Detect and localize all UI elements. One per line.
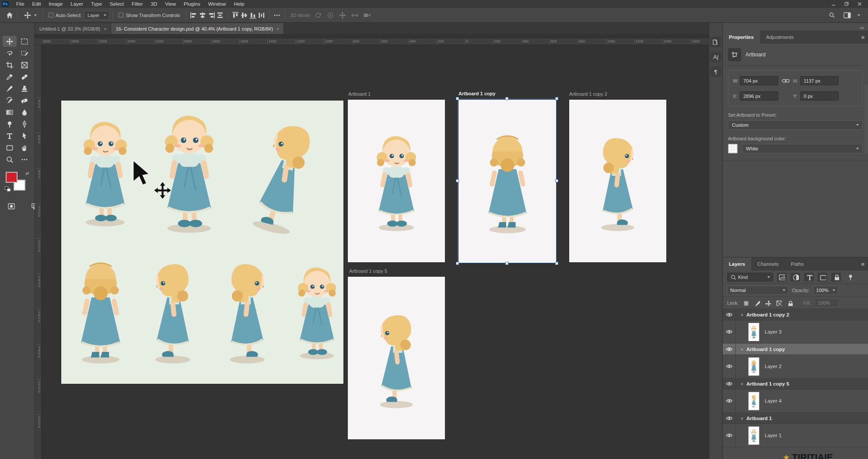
type-tool[interactable]: [3, 130, 17, 141]
filter-adjustment-layers-icon[interactable]: [791, 273, 800, 282]
eraser-tool[interactable]: [18, 95, 32, 106]
filter-toggle-icon[interactable]: [845, 273, 854, 282]
selection-handle[interactable]: [555, 262, 558, 265]
foreground-color-swatch[interactable]: [6, 172, 18, 183]
align-right-icon[interactable]: [207, 11, 216, 20]
artboard-1-copy-label[interactable]: Artboard 1 copy: [458, 91, 495, 96]
home-icon[interactable]: [5, 11, 14, 20]
menu-item[interactable]: 3D: [147, 1, 161, 7]
artboard-1-copy[interactable]: [458, 100, 556, 263]
x-field[interactable]: 2896 px: [740, 91, 778, 101]
tab-paths[interactable]: Paths: [785, 257, 810, 271]
y-field[interactable]: 0 px: [800, 91, 839, 101]
align-top-icon[interactable]: [231, 11, 240, 20]
selection-handle[interactable]: [505, 97, 508, 100]
auto-select-target-dropdown[interactable]: Layer: [84, 11, 110, 20]
filter-type-layers-icon[interactable]: [804, 273, 814, 282]
tab-channels[interactable]: Channels: [751, 257, 785, 271]
artboard-1-copy-5-label[interactable]: Artboard 1 copy 5: [349, 268, 387, 274]
swatches-panel-icon[interactable]: [710, 37, 721, 47]
close-icon[interactable]: [854, 1, 865, 7]
menu-item[interactable]: Edit: [28, 1, 45, 7]
visibility-toggle[interactable]: [723, 424, 736, 447]
filter-smart-objects-icon[interactable]: [831, 273, 841, 282]
height-field[interactable]: 1137 px: [800, 76, 839, 85]
layer-row[interactable]: Layer 2: [723, 355, 868, 378]
lasso-tool[interactable]: [3, 48, 17, 59]
tab-close-icon[interactable]: ×: [276, 26, 279, 31]
lock-all-icon[interactable]: [786, 299, 793, 306]
selection-handle[interactable]: [456, 97, 459, 100]
align-bottom-icon[interactable]: [248, 11, 257, 20]
collapse-group-icon[interactable]: ∨: [739, 313, 745, 317]
canvas-area[interactable]: 3000280026002400220020001800160014001200…: [35, 34, 709, 459]
lock-position-icon[interactable]: [764, 299, 771, 306]
selection-handle[interactable]: [456, 179, 459, 182]
auto-select-checkbox[interactable]: [49, 13, 53, 17]
layer-row-artboard[interactable]: ∨ Artboard 1 copy 2: [723, 309, 868, 320]
lock-pixels-icon[interactable]: [753, 299, 760, 306]
brush-tool[interactable]: [3, 83, 17, 94]
collapse-group-icon[interactable]: ∨: [739, 416, 745, 421]
preset-dropdown[interactable]: Custom: [728, 120, 863, 130]
auto-select-option[interactable]: Auto-Select:: [46, 13, 84, 18]
quick-mask-icon[interactable]: [4, 201, 18, 212]
dodge-tool[interactable]: [3, 118, 17, 129]
ruler-corner[interactable]: [35, 38, 42, 45]
panel-menu-icon[interactable]: ≡: [861, 261, 864, 268]
selection-handle[interactable]: [456, 262, 459, 265]
menu-item[interactable]: File: [12, 1, 28, 7]
selection-handle[interactable]: [555, 179, 558, 182]
selection-handle[interactable]: [555, 97, 558, 100]
artboard-1-copy-2[interactable]: [569, 100, 666, 262]
layer-row[interactable]: Layer 4: [723, 389, 868, 413]
healing-brush-tool[interactable]: [18, 71, 32, 82]
layer-thumbnail[interactable]: [748, 323, 760, 341]
blend-mode-dropdown[interactable]: Normal: [727, 286, 788, 295]
search-icon[interactable]: [828, 11, 836, 20]
visibility-toggle[interactable]: [723, 413, 736, 424]
filter-kind-dropdown[interactable]: Kind: [727, 273, 773, 282]
menu-item[interactable]: Image: [45, 1, 66, 7]
menu-item[interactable]: View: [161, 1, 180, 7]
layer-thumbnail[interactable]: [748, 357, 760, 376]
move-tool[interactable]: [3, 36, 17, 47]
frame-tool[interactable]: [18, 59, 32, 70]
minimize-icon[interactable]: [828, 1, 839, 7]
artboard-bg-dropdown[interactable]: White: [742, 144, 863, 153]
zoom-tool[interactable]: [3, 154, 17, 165]
more-options-icon[interactable]: [273, 11, 281, 20]
default-colors-icon[interactable]: [5, 187, 10, 192]
pen-tool[interactable]: [18, 118, 32, 129]
link-dimensions-icon[interactable]: [778, 77, 793, 85]
menu-item[interactable]: Select: [106, 1, 128, 7]
menu-item[interactable]: Help: [230, 1, 248, 7]
restore-icon[interactable]: [841, 1, 852, 7]
character-sheet-image[interactable]: [61, 101, 343, 384]
lock-artboard-icon[interactable]: [775, 299, 782, 306]
layer-row-artboard[interactable]: ∨ Artboard 1 copy 5: [723, 378, 868, 389]
menu-item[interactable]: Type: [87, 1, 106, 7]
crop-tool[interactable]: [3, 59, 17, 70]
layer-thumbnail[interactable]: [748, 426, 760, 445]
layer-thumbnail[interactable]: [748, 392, 760, 410]
lock-transparency-icon[interactable]: ▦: [742, 299, 749, 306]
path-selection-tool[interactable]: [18, 130, 32, 141]
artboard-1-copy-5[interactable]: [348, 277, 445, 439]
object-selection-tool[interactable]: [18, 48, 32, 59]
swap-colors-icon[interactable]: ⇄: [25, 171, 29, 176]
expand-panels-icon[interactable]: »»: [860, 25, 864, 30]
visibility-toggle[interactable]: [723, 320, 736, 343]
visibility-toggle[interactable]: [723, 355, 736, 378]
show-transform-option[interactable]: Show Transform Controls: [116, 13, 182, 18]
selection-handle[interactable]: [505, 262, 508, 265]
hand-tool[interactable]: [18, 142, 32, 153]
eyedropper-tool[interactable]: [3, 71, 17, 82]
blur-tool[interactable]: [18, 107, 32, 118]
filter-pixel-layers-icon[interactable]: [777, 273, 787, 282]
tab-untitled-1[interactable]: Untitled-1 @ 33.3% (RGB/8) ×: [35, 23, 111, 34]
distribute-h-icon[interactable]: [216, 11, 224, 20]
collapse-group-icon[interactable]: ∨: [739, 347, 745, 351]
align-middle-icon[interactable]: [240, 11, 248, 20]
tool-preset-move[interactable]: [21, 11, 39, 20]
